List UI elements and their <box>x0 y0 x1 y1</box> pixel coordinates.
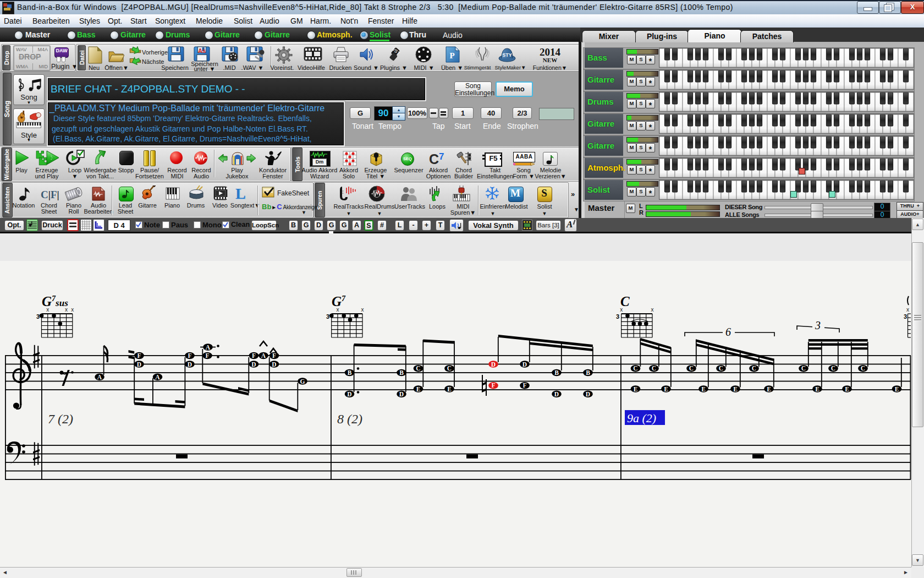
svg-text:E: E <box>701 386 706 392</box>
svg-text:B: B <box>348 369 352 376</box>
svg-text:D: D <box>137 361 141 368</box>
svg-text:C: C <box>831 365 835 372</box>
svg-text:F: F <box>137 352 141 359</box>
svg-text:3: 3 <box>616 313 619 320</box>
svg-text:STY: STY <box>502 52 512 58</box>
svg-text:E: E <box>815 386 820 392</box>
svg-text:E: E <box>733 386 738 392</box>
svg-text:6: 6 <box>725 326 731 338</box>
svg-text:E: E <box>767 386 771 392</box>
svg-text:C: C <box>447 365 452 372</box>
svg-text:B: B <box>399 369 404 376</box>
svg-text:D: D <box>251 361 256 368</box>
svg-text:C: C <box>633 365 637 372</box>
svg-text:C: C <box>689 365 694 372</box>
svg-text:A: A <box>261 352 266 359</box>
svg-text:G7sus: G7sus <box>42 294 68 309</box>
svg-text:D: D <box>522 361 527 368</box>
svg-text:7 (2): 7 (2) <box>48 412 73 426</box>
svg-text:D: D <box>188 361 192 368</box>
svg-text:3: 3 <box>326 313 329 320</box>
svg-text:C: C <box>652 365 656 372</box>
svg-text:3: 3 <box>36 313 40 320</box>
svg-text:F: F <box>491 382 495 389</box>
svg-text:x: x <box>620 307 623 313</box>
svg-text:F: F <box>205 352 209 359</box>
svg-text:F: F <box>522 382 526 389</box>
svg-text:D: D <box>347 391 351 397</box>
svg-text:G: G <box>300 378 305 385</box>
svg-text:F: F <box>188 352 191 359</box>
svg-text:3: 3 <box>904 313 907 320</box>
svg-text:x: x <box>336 307 339 313</box>
svg-text:E: E <box>845 386 849 392</box>
svg-text:D: D <box>399 391 404 397</box>
svg-text:B: B <box>586 369 590 376</box>
svg-text:D: D <box>491 361 496 368</box>
svg-text:x: x <box>71 307 74 313</box>
svg-text:C: C <box>752 365 756 372</box>
svg-text:x: x <box>651 307 654 313</box>
svg-text:As: As <box>198 47 206 54</box>
svg-text:C: C <box>719 365 723 372</box>
svg-text:E: E <box>447 386 452 392</box>
svg-text:E: E <box>664 386 668 392</box>
svg-text:E: E <box>634 386 638 392</box>
svg-text:E: E <box>895 386 899 392</box>
svg-text:F: F <box>252 352 256 359</box>
svg-text:D: D <box>272 361 276 368</box>
svg-text:9a (2): 9a (2) <box>627 411 656 425</box>
svg-text:A: A <box>206 344 211 351</box>
svg-text:8 (2): 8 (2) <box>337 412 362 426</box>
svg-text:x: x <box>906 307 909 313</box>
svg-text:x: x <box>361 307 364 313</box>
svg-text:P: P <box>449 51 454 60</box>
svg-text:A: A <box>97 374 102 380</box>
svg-text:C: C <box>801 365 806 372</box>
svg-text:B: B <box>554 369 559 376</box>
svg-text:C: C <box>416 365 420 372</box>
svg-text:x: x <box>65 307 68 313</box>
svg-text:A: A <box>155 374 160 380</box>
svg-text:D: D <box>554 391 559 397</box>
svg-text:C: C <box>861 365 865 372</box>
svg-text:D: D <box>586 391 590 397</box>
svg-text:3: 3 <box>815 319 821 331</box>
svg-text:x: x <box>46 307 49 313</box>
svg-text:F: F <box>272 352 276 359</box>
svg-text:E: E <box>416 386 421 392</box>
